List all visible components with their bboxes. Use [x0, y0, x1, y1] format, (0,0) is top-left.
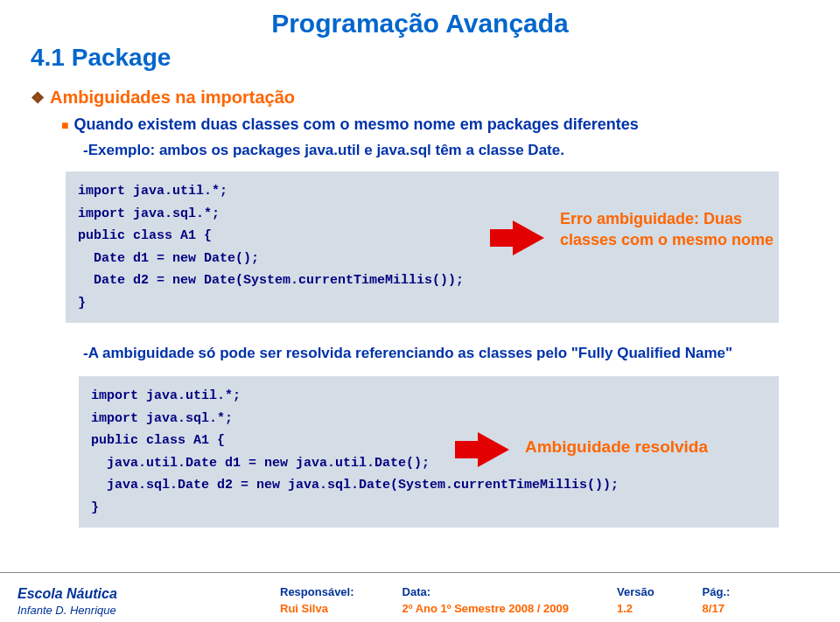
footer-logo: Escola Náutica Infante D. Henrique: [18, 586, 117, 617]
arrow-icon: [455, 441, 478, 458]
square-bullet-icon: ■: [61, 118, 68, 132]
ver-value: 1.2: [617, 602, 654, 615]
footer-versao: Versão 1.2: [617, 585, 654, 615]
body-text: Quando existem duas classes com o mesmo …: [74, 115, 638, 133]
data-value: 2º Ano 1º Semestre 2008 / 2009: [402, 602, 569, 615]
arrow-icon: [490, 229, 513, 247]
error-annotation: Erro ambiguidade: Duas classes com o mes…: [560, 208, 796, 251]
subtitle: ❖Ambiguidades na importação: [31, 87, 295, 108]
ver-label: Versão: [617, 585, 654, 598]
pag-label: Pág.:: [703, 585, 731, 598]
diamond-icon: ❖: [31, 89, 45, 107]
footer-divider: [0, 572, 840, 573]
note-line: -A ambiguidade só pode ser resolvida ref…: [83, 345, 732, 362]
footer-columns: Responsável: Rui Silva Data: 2º Ano 1º S…: [280, 585, 730, 615]
resolved-annotation: Ambiguidade resolvida: [525, 437, 708, 457]
logo-line1: Escola Náutica: [18, 586, 117, 601]
footer-responsavel: Responsável: Rui Silva: [280, 585, 354, 615]
data-label: Data:: [402, 585, 569, 598]
subtitle-text: Ambiguidades na importação: [50, 87, 295, 107]
arrow-head-icon: [513, 220, 544, 255]
logo-line2: Infante D. Henrique: [18, 604, 117, 617]
page-header-title: Programação Avançada: [0, 9, 840, 38]
body-line: ■Quando existem duas classes com o mesmo…: [61, 115, 639, 134]
example-line: -Exemplo: ambos os packages java.util e …: [83, 142, 564, 159]
resp-label: Responsável:: [280, 585, 354, 598]
resp-value: Rui Silva: [280, 602, 354, 615]
pag-value: 8/17: [703, 602, 731, 615]
footer-data: Data: 2º Ano 1º Semestre 2008 / 2009: [402, 585, 569, 615]
footer-pag: Pág.: 8/17: [703, 585, 731, 615]
arrow-head-icon: [478, 432, 509, 467]
section-title: 4.1 Package: [31, 44, 171, 72]
